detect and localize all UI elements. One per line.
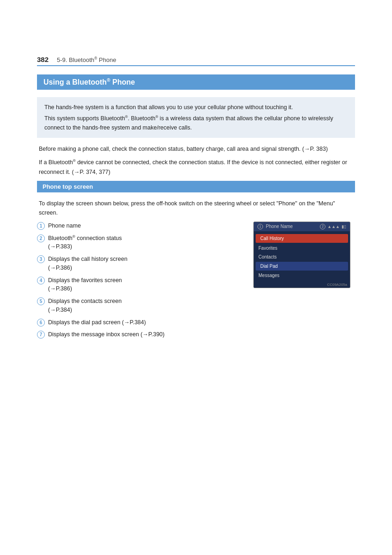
info-line1: The hands-free system is a function that…	[44, 103, 348, 112]
list-badge-4: 4	[37, 277, 45, 284]
list-item-text-6: Displays the dial pad screen (→P.384)	[48, 318, 244, 327]
phone-screen-mockup: 1 Phone Name 2 ▲▲▲ ▮▯ Call History Favor…	[253, 222, 350, 288]
ss-signal-icon: ▲▲▲	[327, 224, 340, 229]
feature-list: 1 Phone name 2 Bluetooth® connection sta…	[37, 222, 244, 339]
numbered-list-col: 1 Phone name 2 Bluetooth® connection sta…	[37, 222, 244, 343]
intro-para: To display the screen shown below, press…	[37, 199, 355, 218]
screenshot-col: 1 Phone Name 2 ▲▲▲ ▮▯ Call History Favor…	[253, 222, 355, 288]
list-item: 3 Displays the call history screen(→P.38…	[37, 255, 244, 272]
page: 382 5-9. Bluetooth® Phone Using a Blueto…	[0, 0, 392, 555]
list-item-text-1: Phone name	[48, 222, 244, 230]
info-box: The hands-free system is a function that…	[37, 97, 355, 138]
list-item: 4 Displays the favorites screen(→P.386)	[37, 276, 244, 294]
content-row: 1 Phone name 2 Bluetooth® connection sta…	[37, 222, 355, 343]
list-item: 7 Displays the message inbox screen (→P.…	[37, 330, 244, 339]
body-para-2: If a Bluetooth® device cannot be connect…	[37, 158, 355, 177]
ss-menu-call-history: Call History	[256, 234, 348, 243]
ss-menu-dial-pad: Dial Pad	[256, 262, 348, 271]
chapter-title: 5-9. Bluetooth® Phone	[57, 56, 116, 63]
body-para-1: Before making a phone call, check the co…	[37, 144, 355, 154]
list-badge-5: 5	[37, 297, 45, 305]
info-line2: This system supports Bluetooth®. Bluetoo…	[44, 114, 348, 132]
list-item-text-5: Displays the contacts screen(→P.384)	[48, 297, 244, 314]
list-badge-2: 2	[37, 234, 45, 242]
ss-menu: Call History Favorites Contacts Dial Pad…	[254, 231, 350, 282]
ss-phone-name: Phone Name	[266, 224, 293, 229]
section-title: Using a Bluetooth® Phone	[37, 74, 355, 90]
ss-badge-2: 2	[320, 224, 325, 229]
list-badge-1: 1	[37, 222, 45, 230]
list-item: 2 Bluetooth® connection status(→P.383)	[37, 234, 244, 252]
page-header: 382 5-9. Bluetooth® Phone	[37, 56, 355, 66]
ss-battery-icon: ▮▯	[342, 224, 346, 229]
sub-section-title: Phone top screen	[37, 181, 355, 192]
ss-menu-contacts: Contacts	[254, 253, 350, 261]
list-item: 6 Displays the dial pad screen (→P.384)	[37, 318, 244, 327]
list-item-text-2: Bluetooth® connection status(→P.383)	[48, 234, 244, 252]
list-item-text-4: Displays the favorites screen(→P.386)	[48, 276, 244, 294]
list-item: 1 Phone name	[37, 222, 244, 230]
list-item-text-7: Displays the message inbox screen (→P.39…	[48, 330, 244, 339]
page-number: 382	[37, 56, 49, 63]
list-item: 5 Displays the contacts screen(→P.384)	[37, 297, 244, 314]
list-badge-3: 3	[37, 255, 45, 263]
list-item-text-3: Displays the call history screen(→P.386)	[48, 255, 244, 272]
list-badge-7: 7	[37, 331, 45, 339]
ss-menu-messages: Messages	[254, 271, 350, 280]
ss-header-bar: 1 Phone Name 2 ▲▲▲ ▮▯	[254, 222, 350, 231]
list-badge-6: 6	[37, 319, 45, 327]
ss-badge-1: 1	[257, 224, 263, 229]
ss-menu-favorites: Favorites	[254, 244, 350, 253]
ss-footer: CC09A205a	[254, 282, 350, 288]
